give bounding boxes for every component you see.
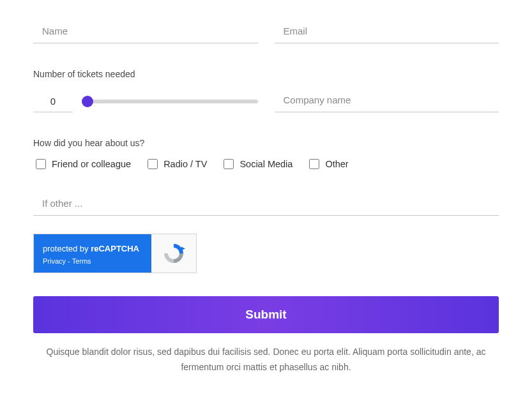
hear-label: How did you hear about us? [33, 138, 499, 148]
recaptcha-icon [151, 234, 196, 273]
hear-option-label: Social Media [239, 159, 293, 169]
tickets-label: Number of tickets needed [33, 69, 258, 79]
hear-checkbox-other[interactable] [309, 159, 319, 169]
recaptcha-brand: reCAPTCHA [91, 244, 139, 253]
tickets-slider-row [33, 91, 258, 112]
name-input[interactable] [33, 19, 258, 43]
tickets-number-input[interactable] [33, 91, 73, 112]
company-input[interactable] [275, 88, 499, 112]
submit-button[interactable]: Submit [33, 296, 499, 333]
recaptcha-protected-text: protected by [43, 244, 91, 253]
tickets-slider[interactable] [82, 100, 258, 103]
recaptcha-widget[interactable]: protected by reCAPTCHA Privacy - Terms [33, 234, 197, 273]
hear-option-label: Radio / TV [163, 159, 207, 169]
hear-option-label: Other [325, 159, 348, 169]
submit-row: Submit [33, 296, 499, 333]
row-name-email [33, 19, 499, 43]
other-input[interactable] [33, 191, 499, 216]
recaptcha-text: protected by reCAPTCHA Privacy - Terms [34, 234, 151, 273]
hear-option-friend[interactable]: Friend or colleague [33, 157, 131, 171]
recaptcha-row: protected by reCAPTCHA Privacy - Terms [33, 234, 499, 273]
recaptcha-link-sep: - [66, 257, 72, 265]
other-row [33, 191, 499, 216]
hear-option-label: Friend or colleague [52, 159, 131, 169]
email-input[interactable] [275, 19, 499, 43]
hear-option-radio[interactable]: Radio / TV [145, 157, 207, 171]
svg-marker-0 [181, 247, 185, 251]
contact-form: Number of tickets needed How did you hea… [33, 19, 499, 375]
hear-checkbox-radio[interactable] [148, 159, 158, 169]
recaptcha-privacy-link[interactable]: Privacy [43, 257, 66, 265]
recaptcha-terms-link[interactable]: Terms [72, 257, 91, 265]
footer-text: Quisque blandit dolor risus, sed dapibus… [33, 345, 499, 375]
hear-checkbox-social[interactable] [224, 159, 234, 169]
hear-about-section: How did you hear about us? Friend or col… [33, 138, 499, 171]
hear-option-other[interactable]: Other [307, 157, 348, 171]
row-tickets-company: Number of tickets needed [33, 69, 499, 112]
hear-checkbox-friend[interactable] [36, 159, 46, 169]
hear-option-social[interactable]: Social Media [221, 157, 293, 171]
hear-checkbox-group: Friend or colleague Radio / TV Social Me… [33, 157, 499, 171]
